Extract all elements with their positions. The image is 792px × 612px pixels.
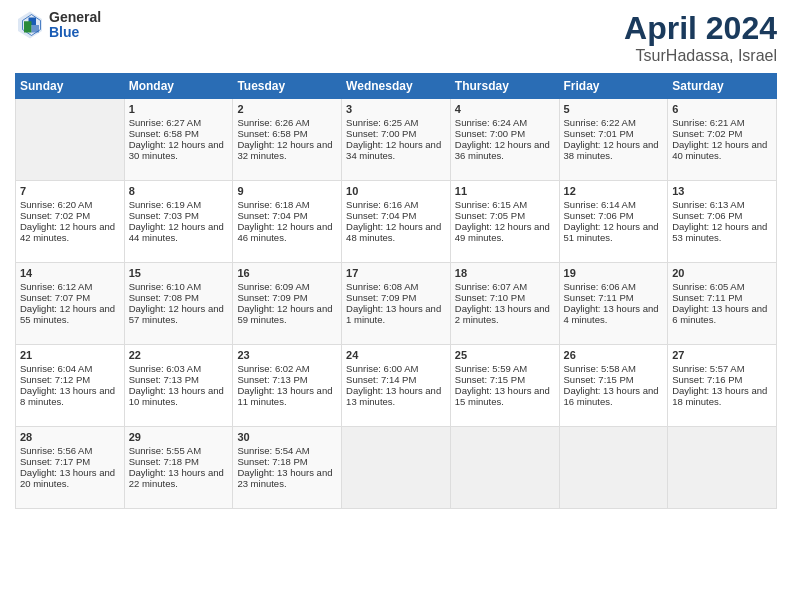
daylight-text: Daylight: 13 hours and 16 minutes.	[564, 385, 659, 407]
sunrise-text: Sunrise: 6:00 AM	[346, 363, 418, 374]
day-number: 25	[455, 349, 555, 361]
logo-icon	[15, 10, 45, 40]
sunset-text: Sunset: 7:04 PM	[346, 210, 416, 221]
daylight-text: Daylight: 12 hours and 34 minutes.	[346, 139, 441, 161]
daylight-text: Daylight: 12 hours and 32 minutes.	[237, 139, 332, 161]
daylight-text: Daylight: 13 hours and 10 minutes.	[129, 385, 224, 407]
day-number: 26	[564, 349, 664, 361]
sunrise-text: Sunrise: 6:12 AM	[20, 281, 92, 292]
cell-week1-day2: 1 Sunrise: 6:27 AM Sunset: 6:58 PM Dayli…	[124, 99, 233, 181]
day-number: 7	[20, 185, 120, 197]
calendar-body: 1 Sunrise: 6:27 AM Sunset: 6:58 PM Dayli…	[16, 99, 777, 509]
daylight-text: Daylight: 12 hours and 55 minutes.	[20, 303, 115, 325]
cell-week2-day5: 11 Sunrise: 6:15 AM Sunset: 7:05 PM Dayl…	[450, 181, 559, 263]
day-number: 22	[129, 349, 229, 361]
day-number: 4	[455, 103, 555, 115]
col-saturday: Saturday	[668, 74, 777, 99]
sunrise-text: Sunrise: 6:02 AM	[237, 363, 309, 374]
sunrise-text: Sunrise: 6:08 AM	[346, 281, 418, 292]
cell-week1-day1	[16, 99, 125, 181]
sunset-text: Sunset: 7:14 PM	[346, 374, 416, 385]
cell-week5-day1: 28 Sunrise: 5:56 AM Sunset: 7:17 PM Dayl…	[16, 427, 125, 509]
daylight-text: Daylight: 12 hours and 51 minutes.	[564, 221, 659, 243]
sunset-text: Sunset: 7:11 PM	[564, 292, 634, 303]
daylight-text: Daylight: 12 hours and 36 minutes.	[455, 139, 550, 161]
daylight-text: Daylight: 12 hours and 49 minutes.	[455, 221, 550, 243]
sunset-text: Sunset: 7:10 PM	[455, 292, 525, 303]
sunset-text: Sunset: 6:58 PM	[129, 128, 199, 139]
sunrise-text: Sunrise: 5:54 AM	[237, 445, 309, 456]
sunrise-text: Sunrise: 6:24 AM	[455, 117, 527, 128]
sunset-text: Sunset: 7:13 PM	[129, 374, 199, 385]
daylight-text: Daylight: 13 hours and 23 minutes.	[237, 467, 332, 489]
sunrise-text: Sunrise: 6:07 AM	[455, 281, 527, 292]
sunset-text: Sunset: 7:13 PM	[237, 374, 307, 385]
daylight-text: Daylight: 12 hours and 57 minutes.	[129, 303, 224, 325]
col-tuesday: Tuesday	[233, 74, 342, 99]
daylight-text: Daylight: 12 hours and 40 minutes.	[672, 139, 767, 161]
day-number: 16	[237, 267, 337, 279]
sunset-text: Sunset: 7:04 PM	[237, 210, 307, 221]
sunrise-text: Sunrise: 5:56 AM	[20, 445, 92, 456]
sunrise-text: Sunrise: 5:57 AM	[672, 363, 744, 374]
day-number: 2	[237, 103, 337, 115]
cell-week2-day6: 12 Sunrise: 6:14 AM Sunset: 7:06 PM Dayl…	[559, 181, 668, 263]
sunset-text: Sunset: 7:15 PM	[564, 374, 634, 385]
month-title: April 2024	[624, 10, 777, 47]
day-number: 9	[237, 185, 337, 197]
day-number: 27	[672, 349, 772, 361]
day-number: 29	[129, 431, 229, 443]
sunset-text: Sunset: 7:00 PM	[346, 128, 416, 139]
daylight-text: Daylight: 13 hours and 11 minutes.	[237, 385, 332, 407]
cell-week3-day2: 15 Sunrise: 6:10 AM Sunset: 7:08 PM Dayl…	[124, 263, 233, 345]
daylight-text: Daylight: 12 hours and 48 minutes.	[346, 221, 441, 243]
cell-week4-day7: 27 Sunrise: 5:57 AM Sunset: 7:16 PM Dayl…	[668, 345, 777, 427]
cell-week2-day2: 8 Sunrise: 6:19 AM Sunset: 7:03 PM Dayli…	[124, 181, 233, 263]
cell-week5-day3: 30 Sunrise: 5:54 AM Sunset: 7:18 PM Dayl…	[233, 427, 342, 509]
calendar-table: Sunday Monday Tuesday Wednesday Thursday…	[15, 73, 777, 509]
cell-week3-day4: 17 Sunrise: 6:08 AM Sunset: 7:09 PM Dayl…	[342, 263, 451, 345]
cell-week1-day6: 5 Sunrise: 6:22 AM Sunset: 7:01 PM Dayli…	[559, 99, 668, 181]
daylight-text: Daylight: 13 hours and 6 minutes.	[672, 303, 767, 325]
sunset-text: Sunset: 7:12 PM	[20, 374, 90, 385]
sunrise-text: Sunrise: 6:22 AM	[564, 117, 636, 128]
logo-blue-text: Blue	[49, 25, 101, 40]
calendar-header: Sunday Monday Tuesday Wednesday Thursday…	[16, 74, 777, 99]
sunset-text: Sunset: 7:01 PM	[564, 128, 634, 139]
cell-week2-day4: 10 Sunrise: 6:16 AM Sunset: 7:04 PM Dayl…	[342, 181, 451, 263]
day-number: 30	[237, 431, 337, 443]
sunset-text: Sunset: 7:11 PM	[672, 292, 742, 303]
day-number: 6	[672, 103, 772, 115]
day-number: 14	[20, 267, 120, 279]
day-number: 23	[237, 349, 337, 361]
col-friday: Friday	[559, 74, 668, 99]
week-row-2: 7 Sunrise: 6:20 AM Sunset: 7:02 PM Dayli…	[16, 181, 777, 263]
logo-general-text: General	[49, 10, 101, 25]
sunset-text: Sunset: 7:18 PM	[129, 456, 199, 467]
sunset-text: Sunset: 7:05 PM	[455, 210, 525, 221]
title-block: April 2024 TsurHadassa, Israel	[624, 10, 777, 65]
cell-week4-day6: 26 Sunrise: 5:58 AM Sunset: 7:15 PM Dayl…	[559, 345, 668, 427]
logo-text: General Blue	[49, 10, 101, 41]
cell-week5-day2: 29 Sunrise: 5:55 AM Sunset: 7:18 PM Dayl…	[124, 427, 233, 509]
sunrise-text: Sunrise: 5:58 AM	[564, 363, 636, 374]
daylight-text: Daylight: 12 hours and 30 minutes.	[129, 139, 224, 161]
sunset-text: Sunset: 7:16 PM	[672, 374, 742, 385]
sunrise-text: Sunrise: 6:14 AM	[564, 199, 636, 210]
cell-week2-day3: 9 Sunrise: 6:18 AM Sunset: 7:04 PM Dayli…	[233, 181, 342, 263]
sunrise-text: Sunrise: 5:55 AM	[129, 445, 201, 456]
daylight-text: Daylight: 12 hours and 59 minutes.	[237, 303, 332, 325]
cell-week2-day7: 13 Sunrise: 6:13 AM Sunset: 7:06 PM Dayl…	[668, 181, 777, 263]
day-number: 5	[564, 103, 664, 115]
week-row-1: 1 Sunrise: 6:27 AM Sunset: 6:58 PM Dayli…	[16, 99, 777, 181]
week-row-5: 28 Sunrise: 5:56 AM Sunset: 7:17 PM Dayl…	[16, 427, 777, 509]
daylight-text: Daylight: 13 hours and 20 minutes.	[20, 467, 115, 489]
daylight-text: Daylight: 13 hours and 22 minutes.	[129, 467, 224, 489]
sunset-text: Sunset: 7:02 PM	[672, 128, 742, 139]
sunset-text: Sunset: 7:06 PM	[564, 210, 634, 221]
sunrise-text: Sunrise: 6:15 AM	[455, 199, 527, 210]
daylight-text: Daylight: 13 hours and 4 minutes.	[564, 303, 659, 325]
location-title: TsurHadassa, Israel	[624, 47, 777, 65]
sunrise-text: Sunrise: 5:59 AM	[455, 363, 527, 374]
sunrise-text: Sunrise: 6:06 AM	[564, 281, 636, 292]
